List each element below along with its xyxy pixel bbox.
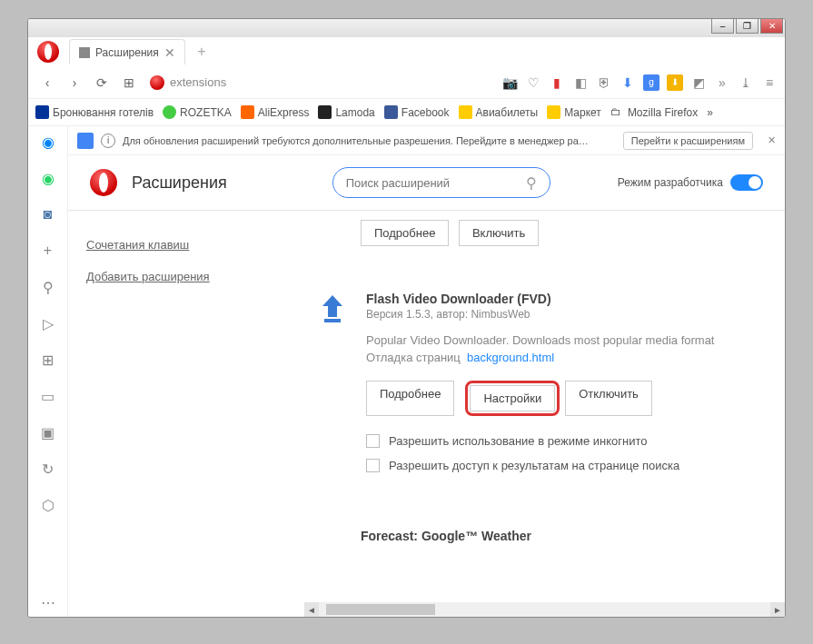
messenger-icon[interactable]: ◉: [38, 132, 58, 152]
translate-icon[interactable]: g: [643, 74, 659, 91]
translate-badge-icon: [77, 133, 94, 149]
bookmarks-icon[interactable]: ▣: [38, 422, 58, 442]
menu-icon[interactable]: ≡: [761, 74, 778, 91]
bookmark-label: Маркет: [564, 106, 601, 119]
background-link[interactable]: background.html: [467, 351, 554, 364]
reload-button[interactable]: ⟳: [90, 71, 114, 94]
bookmark-facebook[interactable]: Facebook: [384, 105, 450, 119]
info-icon: i: [101, 134, 115, 148]
messenger-sidebar: ◉ ◉ ◙ + ⚲ ▷ ⊞ ▭ ▣ ↻ ⬡: [28, 126, 68, 617]
bookmark-lamoda[interactable]: Lamoda: [318, 105, 374, 119]
shield-icon[interactable]: ⛨: [596, 74, 612, 91]
scroll-thumb[interactable]: [326, 604, 435, 615]
scroll-track[interactable]: [319, 602, 770, 617]
new-tab-button[interactable]: +: [191, 41, 213, 63]
search-icon: ⚲: [526, 174, 537, 192]
scroll-right-icon[interactable]: ►: [770, 602, 785, 617]
go-to-extensions-button[interactable]: Перейти к расширениям: [623, 132, 753, 150]
ext-icon-2[interactable]: ◧: [572, 74, 589, 91]
incognito-checkbox[interactable]: [366, 434, 380, 448]
ext-icon-4[interactable]: ◩: [690, 74, 707, 91]
forward-button[interactable]: ›: [63, 71, 86, 94]
bookmark-booking[interactable]: Бронювання готелів: [35, 105, 154, 119]
search-field[interactable]: [346, 176, 526, 190]
market-icon: [547, 105, 560, 119]
add-messenger-icon[interactable]: +: [38, 241, 58, 261]
sidebar-more-icon[interactable]: ⋯: [28, 593, 68, 611]
extensions-header: Расширения ⚲ Режим разработчика: [68, 155, 785, 210]
search-extensions-input[interactable]: ⚲: [332, 167, 550, 198]
bookmarks-bar: Бронювання готелів ROZETKA AliExpress La…: [28, 99, 785, 126]
more-icon[interactable]: »: [714, 74, 730, 91]
details-button[interactable]: Подробнее: [361, 220, 449, 246]
whatsapp-icon[interactable]: ◉: [38, 168, 58, 188]
vk-icon[interactable]: ◙: [38, 204, 58, 224]
send-icon[interactable]: ▷: [38, 313, 58, 333]
booking-icon: [35, 105, 49, 119]
news-icon[interactable]: ▭: [38, 386, 58, 406]
fvd-icon: [315, 292, 350, 326]
info-text: Для обновления расширений требуются допо…: [123, 135, 589, 146]
debug-label: Отладка страниц: [366, 351, 461, 364]
dev-mode-label: Режим разработчика: [618, 176, 723, 189]
bookmarks-more-icon[interactable]: »: [707, 106, 713, 119]
speed-dial-button[interactable]: ⊞: [117, 71, 141, 94]
plane-icon: [459, 105, 472, 119]
bookmark-firefox[interactable]: 🗀Mozilla Firefox: [610, 105, 698, 119]
search-icon[interactable]: ⚲: [38, 277, 58, 297]
speed-dial-icon[interactable]: ⊞: [38, 350, 58, 370]
search-results-checkbox[interactable]: [366, 459, 380, 472]
url-field[interactable]: extensions: [144, 75, 498, 90]
extensions-list: Подробнее Включить Flash Video Downloade…: [304, 211, 785, 617]
extension-meta: Версия 1.5.3, автор: NimbusWeb: [366, 308, 785, 321]
ext-icon-1[interactable]: ▮: [549, 74, 565, 91]
extensions-icon[interactable]: ⬡: [38, 495, 58, 515]
infobar-close-icon[interactable]: ✕: [768, 134, 776, 146]
bookmark-label: Авиабилеты: [476, 106, 539, 119]
extension-card-forecast: Forecast: Google™ Weather: [361, 529, 785, 543]
incognito-label: Разрешить использование в режиме инкогни…: [389, 434, 648, 448]
maximize-button[interactable]: ❐: [736, 18, 758, 34]
extension-name: Forecast: Google™ Weather: [361, 529, 531, 543]
close-button[interactable]: ✕: [760, 18, 783, 34]
settings-button[interactable]: Настройки: [470, 385, 555, 411]
add-extensions-link[interactable]: Добавить расширения: [86, 270, 286, 283]
opera-logo-icon[interactable]: [37, 41, 59, 63]
dev-mode-toggle[interactable]: [730, 174, 763, 191]
opera-window: – ❐ ✕ Расширения ✕ + ‹ › ⟳ ⊞ extensions …: [27, 18, 786, 618]
shortcuts-link[interactable]: Сочетания клавиш: [86, 238, 286, 252]
cube-icon: [79, 47, 90, 58]
enable-button[interactable]: Включить: [459, 220, 539, 246]
tab-close-icon[interactable]: ✕: [164, 45, 175, 60]
info-bar: i Для обновления расширений требуются до…: [68, 126, 785, 155]
folder-icon: 🗀: [610, 105, 624, 119]
rozetka-icon: [163, 105, 176, 119]
bookmark-label: Lamoda: [335, 106, 374, 119]
history-icon[interactable]: ↻: [38, 459, 58, 479]
minimize-button[interactable]: –: [711, 18, 734, 34]
tab-bar: Расширения ✕ +: [28, 37, 785, 66]
heart-icon[interactable]: ♡: [525, 74, 541, 91]
back-button[interactable]: ‹: [35, 71, 59, 94]
address-bar: ‹ › ⟳ ⊞ extensions 📷 ♡ ▮ ◧ ⛨ ⬇ g ⬇ ◩ » ⤓…: [28, 66, 785, 99]
url-text: extensions: [170, 75, 226, 89]
bookmark-rozetka[interactable]: ROZETKA: [163, 105, 232, 119]
extension-card-fvd: Flash Video Downloader (FVD) Версия 1.5.…: [315, 273, 785, 501]
bookmark-aviasales[interactable]: Авиабилеты: [459, 105, 539, 119]
downloads-icon[interactable]: ⤓: [738, 74, 754, 91]
tab-extensions[interactable]: Расширения ✕: [69, 39, 185, 64]
disable-button[interactable]: Отключить: [565, 381, 652, 416]
scroll-left-icon[interactable]: ◄: [304, 602, 319, 617]
facebook-icon: [384, 105, 398, 119]
bookmark-aliexpress[interactable]: AliExpress: [241, 105, 310, 119]
horizontal-scrollbar[interactable]: ◄ ►: [304, 602, 785, 617]
details-button[interactable]: Подробнее: [366, 381, 454, 416]
tab-label: Расширения: [95, 46, 159, 59]
aliexpress-icon: [241, 105, 254, 119]
extension-description: Popular Video Downloader. Downloads most…: [366, 333, 785, 347]
bookmark-label: AliExpress: [258, 106, 310, 119]
camera-icon[interactable]: 📷: [501, 74, 518, 91]
download-icon[interactable]: ⬇: [620, 74, 636, 91]
bookmark-market[interactable]: Маркет: [547, 105, 601, 119]
ext-icon-3[interactable]: ⬇: [667, 74, 683, 91]
